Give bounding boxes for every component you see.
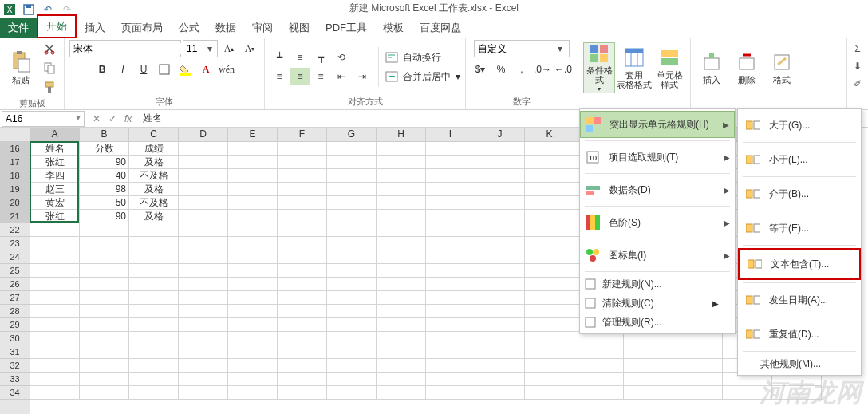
cell[interactable]: 及格: [129, 210, 179, 223]
cell[interactable]: [426, 250, 475, 264]
row-header[interactable]: 30: [0, 332, 30, 345]
cell[interactable]: [377, 142, 426, 156]
font-size-combo[interactable]: ▾: [183, 40, 218, 57]
cell[interactable]: [426, 237, 475, 250]
format-as-table-button[interactable]: 套用 表格格式: [618, 42, 650, 93]
tab-view[interactable]: 视图: [281, 18, 318, 38]
cell[interactable]: [525, 250, 574, 264]
percent-icon[interactable]: %: [491, 61, 511, 78]
underline-button[interactable]: U: [134, 61, 153, 78]
cell[interactable]: [278, 210, 327, 223]
cell[interactable]: [525, 264, 574, 278]
cell[interactable]: [574, 386, 624, 400]
enter-formula-icon[interactable]: ✓: [108, 113, 116, 124]
cell[interactable]: [426, 196, 475, 210]
cell[interactable]: [228, 373, 278, 386]
cell[interactable]: 赵三: [30, 183, 80, 196]
cf-menu-small-item[interactable]: 管理规则(R)...: [580, 313, 735, 332]
cell[interactable]: [426, 223, 475, 237]
cell[interactable]: [377, 345, 426, 359]
cell[interactable]: [327, 305, 377, 318]
cell[interactable]: [30, 345, 80, 359]
cell[interactable]: [80, 373, 129, 386]
cell[interactable]: [278, 142, 327, 156]
cell[interactable]: [475, 386, 525, 400]
cell[interactable]: [377, 223, 426, 237]
decrease-font-icon[interactable]: A▾: [240, 40, 259, 57]
cell[interactable]: [525, 183, 574, 196]
cell[interactable]: [426, 332, 475, 345]
highlight-rule-item[interactable]: 发生日期(A)...: [740, 286, 858, 313]
row-header[interactable]: 31: [0, 345, 30, 359]
col-header[interactable]: G: [327, 128, 377, 142]
cell[interactable]: [525, 373, 574, 386]
cell[interactable]: [228, 305, 278, 318]
cell[interactable]: [327, 386, 377, 400]
cell[interactable]: [377, 264, 426, 278]
row-header[interactable]: 26: [0, 278, 30, 291]
row-header[interactable]: 23: [0, 237, 30, 250]
cell[interactable]: [278, 318, 327, 332]
cell[interactable]: [525, 210, 574, 223]
row-header[interactable]: 19: [0, 183, 30, 196]
row-header[interactable]: 21: [0, 210, 30, 223]
cell[interactable]: [179, 318, 228, 332]
cell[interactable]: [525, 237, 574, 250]
cell[interactable]: 90: [80, 210, 129, 223]
cell[interactable]: [327, 278, 377, 291]
cell[interactable]: [80, 250, 129, 264]
cell[interactable]: [129, 305, 179, 318]
cell[interactable]: [426, 305, 475, 318]
tab-pagelayout[interactable]: 页面布局: [113, 18, 171, 38]
cell[interactable]: [179, 305, 228, 318]
cell[interactable]: [30, 332, 80, 345]
cell[interactable]: 张红: [30, 210, 80, 223]
cell[interactable]: [129, 223, 179, 237]
row-header[interactable]: 25: [0, 264, 30, 278]
cell[interactable]: [80, 386, 129, 400]
cell[interactable]: [30, 278, 80, 291]
cell[interactable]: [525, 345, 574, 359]
cell[interactable]: [129, 373, 179, 386]
align-center-icon[interactable]: ≡: [290, 68, 310, 85]
cell[interactable]: [475, 332, 525, 345]
cell[interactable]: [525, 359, 574, 373]
cell[interactable]: [377, 169, 426, 183]
cell[interactable]: [80, 264, 129, 278]
cell[interactable]: [30, 264, 80, 278]
cell[interactable]: [228, 210, 278, 223]
cell[interactable]: [327, 223, 377, 237]
cell[interactable]: [278, 183, 327, 196]
cell[interactable]: [228, 183, 278, 196]
cell[interactable]: [30, 373, 80, 386]
cell[interactable]: [327, 345, 377, 359]
cell[interactable]: [179, 291, 228, 305]
cf-menu-item[interactable]: 突出显示单元格规则(H)▶: [580, 111, 735, 138]
cell[interactable]: [179, 210, 228, 223]
cell[interactable]: [377, 318, 426, 332]
cell[interactable]: [377, 332, 426, 345]
cell[interactable]: [228, 250, 278, 264]
row-header[interactable]: 17: [0, 156, 30, 169]
cell[interactable]: [30, 318, 80, 332]
cell[interactable]: [525, 278, 574, 291]
currency-icon[interactable]: $▾: [471, 61, 490, 78]
cell[interactable]: [228, 345, 278, 359]
cell[interactable]: [278, 237, 327, 250]
cell[interactable]: [129, 386, 179, 400]
cell[interactable]: [426, 359, 475, 373]
cell[interactable]: 不及格: [129, 169, 179, 183]
tab-insert[interactable]: 插入: [77, 18, 113, 38]
row-header[interactable]: 32: [0, 359, 30, 373]
cell[interactable]: [574, 359, 624, 373]
cell[interactable]: [179, 169, 228, 183]
cell[interactable]: [179, 359, 228, 373]
cell[interactable]: [327, 196, 377, 210]
cell[interactable]: [80, 278, 129, 291]
row-header[interactable]: 33: [0, 373, 30, 386]
row-header[interactable]: 29: [0, 318, 30, 332]
cell[interactable]: [475, 318, 525, 332]
cell[interactable]: [228, 264, 278, 278]
cell[interactable]: [278, 305, 327, 318]
cell[interactable]: [327, 237, 377, 250]
